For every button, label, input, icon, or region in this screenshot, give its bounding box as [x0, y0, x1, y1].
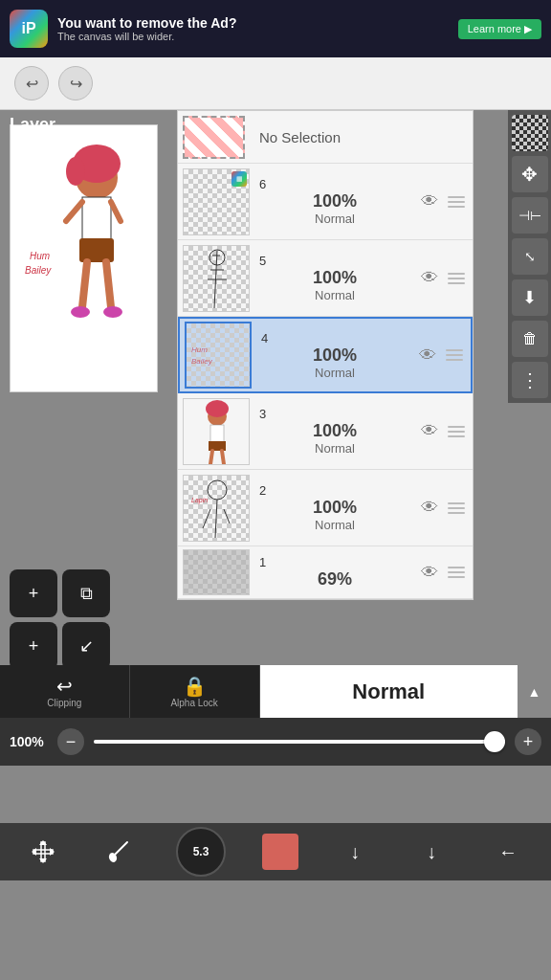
undo-button[interactable]: ↩ [14, 66, 49, 100]
ad-subtitle: The canvas will be wider. [57, 31, 449, 42]
svg-rect-24 [210, 425, 224, 442]
layer-2-mode: Normal [315, 518, 355, 532]
layer-5-number: 5 [259, 254, 266, 268]
add-layer-button[interactable]: + [10, 569, 57, 617]
layer-row-2[interactable]: Lapin 2 100% Normal 👁 [178, 470, 473, 546]
opacity-slider[interactable] [94, 740, 505, 744]
opacity-minus-button[interactable]: − [57, 728, 84, 755]
blend-mode-bar: ↩ Clipping 🔒 Alpha Lock Normal ▲ [0, 665, 551, 718]
svg-marker-38 [39, 858, 47, 863]
download-button[interactable]: ⬇ [512, 279, 548, 316]
layer-5-handle [444, 273, 468, 284]
layer-2-handle [444, 502, 468, 514]
scale-button[interactable]: ⤡ [512, 238, 548, 275]
opacity-plus-button[interactable]: + [515, 728, 541, 755]
drawing-tools-bar: 5.3 ↓ ↓ ← [0, 823, 551, 880]
no-selection-thumb [183, 116, 245, 159]
collapse-button[interactable]: ↙ [62, 622, 110, 670]
svg-text:Hum: Hum [191, 345, 208, 354]
layer-1-thumb [183, 549, 250, 595]
layer-5-visibility[interactable]: 👁 [415, 264, 444, 293]
opacity-value: 100% [10, 734, 48, 749]
layer-3-visibility[interactable]: 👁 [415, 417, 444, 446]
svg-point-23 [206, 400, 229, 417]
checkerboard-button[interactable] [512, 115, 548, 151]
layer-3-mode: Normal [315, 441, 355, 456]
canvas-preview: Hum Bailey [10, 124, 158, 392]
layer-4-handle [442, 349, 466, 361]
svg-point-11 [103, 306, 122, 318]
right-tools-panel: ✥ ⊣⊢ ⤡ ⬇ 🗑 ⋮ [508, 110, 551, 403]
no-selection-layer[interactable]: No Selection [178, 111, 473, 164]
ad-title: You want to remove the Ad? [57, 15, 449, 31]
layer-row-5[interactable]: 5 100% Normal 👁 [178, 240, 473, 317]
svg-text:Hum: Hum [30, 251, 50, 261]
layer-panel-title: Layer [10, 115, 55, 135]
ad-banner[interactable]: iP You want to remove the Ad? The canvas… [0, 0, 551, 57]
more-options-button[interactable]: ⋮ [512, 362, 548, 398]
svg-point-3 [66, 157, 85, 186]
layer-6-number: 6 [259, 177, 266, 191]
layer-row-6[interactable]: ▦ 6 100% Normal 👁 [178, 164, 473, 240]
blend-mode-display[interactable]: Normal [260, 665, 518, 718]
opacity-slider-thumb[interactable] [484, 731, 505, 752]
blend-mode-arrow[interactable]: ▲ [518, 665, 551, 718]
trash-button[interactable]: 🗑 [512, 321, 548, 357]
layer-6-info: 6 100% Normal [254, 177, 415, 226]
scroll-down-2-button[interactable]: ↓ [411, 832, 452, 872]
add-group-button[interactable]: + [10, 622, 57, 670]
svg-marker-35 [32, 848, 36, 856]
layer-1-visibility[interactable]: 👁 [415, 558, 444, 587]
brush-tool-button[interactable] [99, 832, 140, 872]
layer-1-number: 1 [259, 555, 266, 569]
layer-3-info: 3 100% Normal [254, 407, 415, 456]
layer-3-thumb [183, 398, 250, 465]
layer-row-1[interactable]: 1 69% 👁 [178, 546, 473, 599]
layer-4-visibility[interactable]: 👁 [413, 341, 442, 369]
layer-row-4[interactable]: Hum Bailey 4 100% Normal 👁 [178, 317, 473, 393]
clipping-button[interactable]: ↩ Clipping [0, 665, 130, 718]
redo-button[interactable]: ↪ [58, 66, 93, 100]
svg-marker-37 [39, 840, 47, 845]
layer-6-opacity: 100% [313, 191, 357, 212]
top-toolbar: ↩ ↪ [0, 57, 551, 110]
layer-3-number: 3 [259, 407, 266, 421]
layer-row-3[interactable]: 3 100% Normal 👁 [178, 393, 473, 470]
brush-size-display[interactable]: 5.3 [176, 827, 226, 877]
layer-5-thumb [183, 245, 250, 312]
layer-6-visibility[interactable]: 👁 [415, 188, 444, 216]
opacity-slider-fill [94, 740, 505, 744]
transform-tool-button[interactable] [23, 832, 63, 872]
clipping-label: Clipping [47, 698, 81, 708]
back-button[interactable]: ← [488, 832, 528, 872]
clipping-icon: ↩ [56, 675, 73, 698]
svg-rect-4 [82, 197, 111, 240]
ad-learn-more-button[interactable]: Learn more ▶ [458, 19, 541, 39]
layer-4-opacity: 100% [313, 345, 357, 366]
layer-6-thumb: ▦ [183, 168, 250, 235]
transform-button[interactable]: ✥ [512, 156, 548, 192]
layer-2-number: 2 [259, 483, 266, 498]
alpha-lock-button[interactable]: 🔒 Alpha Lock [130, 665, 260, 718]
layer-2-visibility[interactable]: 👁 [415, 494, 444, 523]
layer-1-handle [444, 567, 468, 578]
layer-5-mode: Normal [315, 288, 355, 302]
layer-4-number: 4 [261, 331, 268, 345]
scroll-down-button[interactable]: ↓ [335, 832, 375, 872]
transform-tool-icon [30, 838, 56, 865]
svg-line-26 [210, 451, 212, 464]
svg-rect-7 [79, 238, 114, 262]
layer-1-opacity: 69% [318, 569, 352, 590]
flip-button[interactable]: ⊣⊢ [512, 197, 548, 234]
no-selection-label: No Selection [259, 129, 341, 145]
layer-5-info: 5 100% Normal [254, 254, 415, 302]
layer-2-opacity: 100% [313, 498, 357, 518]
layer-6-badge: ▦ [231, 171, 247, 187]
svg-point-10 [71, 306, 90, 318]
layer-6-handle [444, 196, 468, 208]
svg-point-28 [208, 480, 227, 500]
color-swatch[interactable] [262, 834, 298, 870]
layer-4-info: 4 100% Normal [256, 331, 413, 380]
alpha-lock-icon: 🔒 [183, 675, 207, 698]
duplicate-layer-button[interactable]: ⧉ [62, 569, 110, 617]
